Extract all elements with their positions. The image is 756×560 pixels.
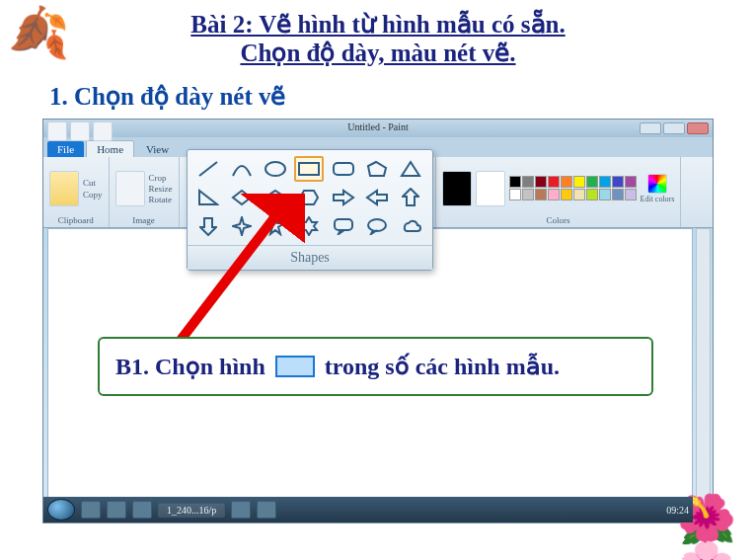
- taskbar-item-app2[interactable]: [257, 501, 276, 519]
- group-colors-label: Colors: [546, 215, 569, 225]
- shape-arrow-left[interactable]: [362, 185, 392, 210]
- color-palette: [509, 176, 637, 200]
- color-swatch[interactable]: [548, 189, 560, 200]
- shape-pentagon[interactable]: [261, 185, 290, 210]
- taskbar-item-ie[interactable]: [107, 501, 126, 519]
- tab-home[interactable]: Home: [86, 140, 134, 157]
- instruction-suffix: trong số các hình mẫu.: [325, 353, 560, 380]
- taskbar-active-window[interactable]: 1_240...16/p: [158, 503, 225, 518]
- color-swatch[interactable]: [548, 176, 560, 188]
- windows-taskbar: 1_240...16/p 09:24: [43, 497, 693, 522]
- color-swatch[interactable]: [509, 176, 521, 188]
- shape-callout-cloud[interactable]: [396, 213, 425, 239]
- shape-callout-oval[interactable]: [362, 213, 392, 239]
- rotate-button[interactable]: Rotate: [149, 195, 173, 204]
- paint-titlebar: Untitled - Paint: [43, 120, 713, 137]
- app-icon: [47, 121, 67, 141]
- shape-4point-star[interactable]: [227, 213, 257, 239]
- taskbar-item-media[interactable]: [132, 501, 152, 519]
- taskbar-clock[interactable]: 09:24: [666, 505, 689, 516]
- color-1[interactable]: [442, 171, 472, 206]
- color-swatch[interactable]: [599, 176, 611, 188]
- svg-point-18: [368, 219, 386, 231]
- start-button[interactable]: [47, 499, 75, 520]
- window-title: Untitled - Paint: [347, 121, 409, 132]
- shape-callout-rounded[interactable]: [329, 213, 358, 239]
- quick-access: [47, 121, 113, 141]
- color-swatch[interactable]: [625, 189, 637, 200]
- crop-button[interactable]: Crop: [149, 173, 173, 183]
- shape-6point-star[interactable]: [294, 213, 324, 239]
- color-swatch[interactable]: [535, 176, 547, 188]
- color-swatch[interactable]: [561, 176, 572, 188]
- shape-5point-star[interactable]: [261, 213, 290, 239]
- svg-marker-10: [334, 191, 353, 204]
- tab-view[interactable]: View: [136, 141, 179, 157]
- shape-rounded-rect[interactable]: [329, 156, 358, 182]
- cut-button[interactable]: Cut: [83, 178, 103, 188]
- shape-line[interactable]: [193, 156, 223, 182]
- shapes-panel: Shapes: [187, 149, 433, 271]
- shape-triangle[interactable]: [396, 156, 425, 182]
- color-swatch[interactable]: [522, 189, 534, 200]
- color-swatch[interactable]: [522, 176, 534, 188]
- svg-rect-3: [334, 163, 353, 175]
- shape-rectangle[interactable]: [294, 156, 324, 182]
- svg-marker-15: [266, 217, 284, 234]
- svg-marker-6: [199, 191, 217, 204]
- shape-arrow-down[interactable]: [193, 213, 223, 239]
- scrollbar-vertical[interactable]: [696, 228, 711, 501]
- shape-polygon[interactable]: [362, 156, 392, 182]
- svg-marker-13: [200, 218, 216, 235]
- edit-colors-icon[interactable]: [647, 174, 667, 194]
- shape-curve[interactable]: [227, 156, 257, 182]
- tab-file[interactable]: File: [47, 141, 84, 157]
- color-swatch[interactable]: [535, 189, 547, 200]
- svg-marker-16: [301, 217, 317, 235]
- color-swatch[interactable]: [612, 189, 624, 200]
- color-swatch[interactable]: [599, 189, 611, 200]
- svg-point-1: [265, 162, 285, 176]
- color-swatch[interactable]: [509, 189, 521, 200]
- group-colors: Edit colors Colors: [436, 157, 682, 227]
- color-swatch[interactable]: [612, 176, 624, 188]
- shape-hexagon[interactable]: [294, 185, 324, 210]
- color-swatch[interactable]: [586, 176, 598, 188]
- shapes-panel-label: Shapes: [188, 245, 432, 270]
- color-swatch[interactable]: [586, 189, 598, 200]
- close-button[interactable]: [687, 122, 709, 134]
- maximize-button[interactable]: [663, 122, 685, 134]
- color-2[interactable]: [476, 171, 505, 206]
- instruction-box: B1. Chọn hình trong số các hình mẫu.: [98, 337, 653, 396]
- taskbar-item-explorer[interactable]: [81, 501, 101, 519]
- edit-colors-label: Edit colors: [641, 195, 675, 203]
- resize-button[interactable]: Resize: [149, 184, 173, 194]
- shape-arrow-right[interactable]: [329, 185, 358, 210]
- group-clipboard: Cut Copy Clipboard: [43, 157, 110, 227]
- leaf-decoration: 🍂: [8, 8, 77, 77]
- color-swatch[interactable]: [625, 176, 637, 188]
- color-swatch[interactable]: [561, 189, 572, 200]
- shape-arrow-up[interactable]: [396, 185, 425, 210]
- color-swatch[interactable]: [573, 176, 585, 188]
- svg-marker-11: [367, 191, 387, 204]
- color-swatch[interactable]: [573, 189, 585, 200]
- shape-oval[interactable]: [261, 156, 290, 182]
- copy-button[interactable]: Copy: [83, 190, 103, 200]
- title-line-1: Bài 2: Vẽ hình từ hình mẫu có sẵn.: [0, 10, 756, 39]
- rectangle-icon: [275, 356, 315, 377]
- shape-right-triangle[interactable]: [193, 185, 223, 210]
- svg-line-0: [199, 162, 217, 176]
- svg-rect-17: [335, 219, 352, 230]
- taskbar-item-app1[interactable]: [231, 501, 251, 519]
- save-icon[interactable]: [70, 121, 90, 141]
- slide-title: Bài 2: Vẽ hình từ hình mẫu có sẵn. Chọn …: [0, 0, 756, 67]
- paste-button[interactable]: [49, 171, 79, 206]
- select-button[interactable]: [115, 171, 145, 206]
- svg-marker-5: [402, 162, 419, 176]
- undo-icon[interactable]: [93, 121, 113, 141]
- shape-diamond[interactable]: [227, 185, 257, 210]
- minimize-button[interactable]: [640, 122, 661, 134]
- svg-marker-4: [368, 162, 386, 176]
- group-clipboard-label: Clipboard: [58, 215, 94, 225]
